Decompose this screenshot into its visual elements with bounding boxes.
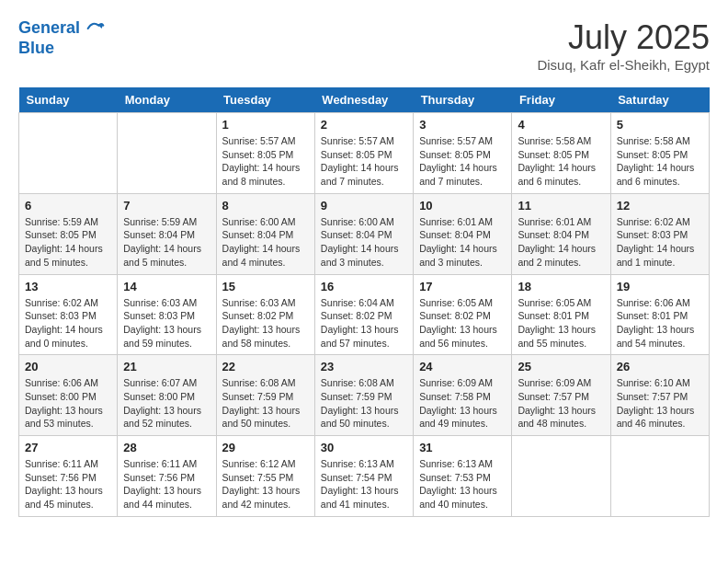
- day-info: Sunrise: 6:11 AM Sunset: 7:56 PM Dayligh…: [123, 457, 210, 511]
- location: Disuq, Kafr el-Sheikh, Egypt: [537, 57, 710, 73]
- week-row-3: 13Sunrise: 6:02 AM Sunset: 8:03 PM Dayli…: [19, 274, 710, 355]
- day-number: 7: [123, 199, 210, 213]
- day-number: 25: [518, 360, 604, 373]
- day-number: 8: [222, 199, 309, 213]
- day-info: Sunrise: 6:10 AM Sunset: 7:57 PM Dayligh…: [617, 376, 703, 431]
- day-info: Sunrise: 5:59 AM Sunset: 8:04 PM Dayligh…: [123, 215, 210, 270]
- day-number: 2: [321, 118, 407, 132]
- logo-icon: [86, 19, 105, 38]
- day-number: 1: [222, 118, 309, 132]
- day-number: 17: [419, 280, 506, 293]
- day-number: 22: [222, 360, 309, 373]
- weekday-header-tuesday: Tuesday: [216, 87, 314, 113]
- month-year: July 2025: [537, 18, 710, 57]
- calendar-cell: 11Sunrise: 6:01 AM Sunset: 8:04 PM Dayli…: [512, 193, 610, 274]
- day-info: Sunrise: 6:01 AM Sunset: 8:04 PM Dayligh…: [419, 215, 506, 270]
- week-row-1: 1Sunrise: 5:57 AM Sunset: 8:05 PM Daylig…: [19, 113, 710, 194]
- calendar-cell: 24Sunrise: 6:09 AM Sunset: 7:58 PM Dayli…: [414, 355, 512, 436]
- calendar-cell: 22Sunrise: 6:08 AM Sunset: 7:59 PM Dayli…: [216, 355, 314, 436]
- weekday-header-saturday: Saturday: [610, 87, 709, 113]
- calendar-cell: 10Sunrise: 6:01 AM Sunset: 8:04 PM Dayli…: [414, 193, 512, 274]
- day-number: 23: [321, 360, 407, 373]
- day-number: 6: [25, 199, 111, 213]
- calendar-cell: 9Sunrise: 6:00 AM Sunset: 8:04 PM Daylig…: [314, 193, 413, 274]
- calendar-cell: 1Sunrise: 5:57 AM Sunset: 8:05 PM Daylig…: [216, 113, 314, 194]
- day-info: Sunrise: 6:12 AM Sunset: 7:55 PM Dayligh…: [222, 457, 309, 511]
- day-number: 12: [617, 199, 703, 213]
- calendar-cell: 29Sunrise: 6:12 AM Sunset: 7:55 PM Dayli…: [216, 436, 314, 517]
- day-info: Sunrise: 6:05 AM Sunset: 8:01 PM Dayligh…: [518, 296, 604, 350]
- day-info: Sunrise: 6:00 AM Sunset: 8:04 PM Dayligh…: [321, 215, 407, 270]
- day-info: Sunrise: 6:13 AM Sunset: 7:54 PM Dayligh…: [321, 457, 407, 511]
- day-info: Sunrise: 6:08 AM Sunset: 7:59 PM Dayligh…: [321, 376, 407, 431]
- day-info: Sunrise: 5:57 AM Sunset: 8:05 PM Dayligh…: [321, 134, 407, 189]
- day-info: Sunrise: 6:05 AM Sunset: 8:02 PM Dayligh…: [419, 296, 506, 350]
- day-number: 13: [25, 280, 111, 293]
- logo-blue-text: Blue: [18, 39, 105, 59]
- calendar-cell: 23Sunrise: 6:08 AM Sunset: 7:59 PM Dayli…: [314, 355, 413, 436]
- calendar-cell: 8Sunrise: 6:00 AM Sunset: 8:04 PM Daylig…: [216, 193, 314, 274]
- day-number: 24: [419, 360, 506, 373]
- week-row-4: 20Sunrise: 6:06 AM Sunset: 8:00 PM Dayli…: [19, 355, 710, 436]
- day-number: 31: [419, 441, 506, 454]
- calendar-cell: 31Sunrise: 6:13 AM Sunset: 7:53 PM Dayli…: [414, 436, 512, 517]
- day-info: Sunrise: 6:04 AM Sunset: 8:02 PM Dayligh…: [321, 296, 407, 350]
- day-number: 21: [123, 360, 210, 373]
- calendar-cell: 25Sunrise: 6:09 AM Sunset: 7:57 PM Dayli…: [512, 355, 610, 436]
- calendar-cell: 12Sunrise: 6:02 AM Sunset: 8:03 PM Dayli…: [610, 193, 709, 274]
- day-number: 30: [321, 441, 407, 454]
- calendar-cell: 16Sunrise: 6:04 AM Sunset: 8:02 PM Dayli…: [314, 274, 413, 355]
- weekday-header-sunday: Sunday: [19, 87, 118, 113]
- day-number: 16: [321, 280, 407, 293]
- day-info: Sunrise: 6:09 AM Sunset: 7:57 PM Dayligh…: [518, 376, 604, 431]
- calendar-cell: 5Sunrise: 5:58 AM Sunset: 8:05 PM Daylig…: [610, 113, 709, 194]
- calendar-cell: 14Sunrise: 6:03 AM Sunset: 8:03 PM Dayli…: [118, 274, 216, 355]
- day-number: 28: [123, 441, 210, 454]
- logo-text: General: [18, 18, 105, 39]
- day-info: Sunrise: 5:57 AM Sunset: 8:05 PM Dayligh…: [222, 134, 309, 189]
- logo: General Blue: [18, 18, 105, 58]
- day-number: 29: [222, 441, 309, 454]
- calendar-cell: 27Sunrise: 6:11 AM Sunset: 7:56 PM Dayli…: [19, 436, 118, 517]
- day-info: Sunrise: 6:07 AM Sunset: 8:00 PM Dayligh…: [123, 376, 210, 431]
- day-info: Sunrise: 6:11 AM Sunset: 7:56 PM Dayligh…: [25, 457, 111, 511]
- calendar-cell: 6Sunrise: 5:59 AM Sunset: 8:05 PM Daylig…: [19, 193, 118, 274]
- day-info: Sunrise: 5:59 AM Sunset: 8:05 PM Dayligh…: [25, 215, 111, 270]
- calendar-cell: 28Sunrise: 6:11 AM Sunset: 7:56 PM Dayli…: [118, 436, 216, 517]
- day-number: 14: [123, 280, 210, 293]
- page-header: General Blue July 2025 Disuq, Kafr el-Sh…: [18, 18, 710, 73]
- weekday-header-wednesday: Wednesday: [314, 87, 413, 113]
- day-info: Sunrise: 6:03 AM Sunset: 8:03 PM Dayligh…: [123, 296, 210, 350]
- day-info: Sunrise: 6:06 AM Sunset: 8:00 PM Dayligh…: [25, 376, 111, 431]
- day-info: Sunrise: 6:09 AM Sunset: 7:58 PM Dayligh…: [419, 376, 506, 431]
- calendar-cell: 2Sunrise: 5:57 AM Sunset: 8:05 PM Daylig…: [314, 113, 413, 194]
- calendar-cell: 20Sunrise: 6:06 AM Sunset: 8:00 PM Dayli…: [19, 355, 118, 436]
- day-info: Sunrise: 6:02 AM Sunset: 8:03 PM Dayligh…: [617, 215, 703, 270]
- day-number: 10: [419, 199, 506, 213]
- calendar-cell: [610, 436, 709, 517]
- calendar-cell: 21Sunrise: 6:07 AM Sunset: 8:00 PM Dayli…: [118, 355, 216, 436]
- day-info: Sunrise: 5:57 AM Sunset: 8:05 PM Dayligh…: [419, 134, 506, 189]
- day-info: Sunrise: 6:01 AM Sunset: 8:04 PM Dayligh…: [518, 215, 604, 270]
- title-block: July 2025 Disuq, Kafr el-Sheikh, Egypt: [537, 18, 710, 73]
- weekday-header-thursday: Thursday: [414, 87, 512, 113]
- day-number: 9: [321, 199, 407, 213]
- day-info: Sunrise: 6:02 AM Sunset: 8:03 PM Dayligh…: [25, 296, 111, 350]
- day-info: Sunrise: 6:08 AM Sunset: 7:59 PM Dayligh…: [222, 376, 309, 431]
- calendar-cell: 3Sunrise: 5:57 AM Sunset: 8:05 PM Daylig…: [414, 113, 512, 194]
- calendar-cell: [512, 436, 610, 517]
- calendar-table: SundayMondayTuesdayWednesdayThursdayFrid…: [18, 87, 710, 517]
- day-number: 27: [25, 441, 111, 454]
- week-row-5: 27Sunrise: 6:11 AM Sunset: 7:56 PM Dayli…: [19, 436, 710, 517]
- day-number: 26: [617, 360, 703, 373]
- calendar-cell: [118, 113, 216, 194]
- weekday-header-friday: Friday: [512, 87, 610, 113]
- calendar-cell: 26Sunrise: 6:10 AM Sunset: 7:57 PM Dayli…: [610, 355, 709, 436]
- day-number: 3: [419, 118, 506, 132]
- weekday-header-monday: Monday: [118, 87, 216, 113]
- day-number: 18: [518, 280, 604, 293]
- day-info: Sunrise: 6:00 AM Sunset: 8:04 PM Dayligh…: [222, 215, 309, 270]
- calendar-cell: 7Sunrise: 5:59 AM Sunset: 8:04 PM Daylig…: [118, 193, 216, 274]
- day-info: Sunrise: 6:03 AM Sunset: 8:02 PM Dayligh…: [222, 296, 309, 350]
- calendar-cell: 17Sunrise: 6:05 AM Sunset: 8:02 PM Dayli…: [414, 274, 512, 355]
